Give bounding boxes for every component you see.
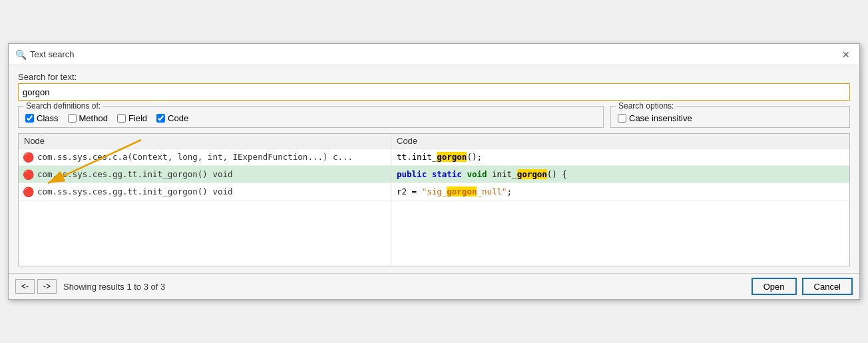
next-button[interactable]: -> bbox=[37, 279, 57, 294]
table-row[interactable]: 🔴 com.ss.sys.ces.gg.tt.init_gorgon() voi… bbox=[19, 183, 391, 200]
checkbox-field-label: Field bbox=[128, 113, 147, 123]
checkbox-class-label: Class bbox=[37, 113, 59, 123]
node-icon-2: 🔴 bbox=[23, 186, 34, 197]
checkbox-case-insensitive[interactable]: Case insensitive bbox=[618, 113, 692, 123]
results-body: 🔴 com.ss.sys.ces.c.a(Context, long, int,… bbox=[19, 149, 849, 266]
table-row[interactable]: 🔴 com.ss.sys.ces.gg.tt.init_gorgon() voi… bbox=[19, 166, 391, 183]
search-input[interactable] bbox=[18, 83, 850, 101]
checkbox-case-label: Case insensitive bbox=[629, 113, 692, 123]
checkbox-method-label: Method bbox=[79, 113, 108, 123]
checkbox-code-label: Code bbox=[168, 113, 188, 123]
title-bar: 🔍 Text search ✕ bbox=[9, 44, 859, 65]
results-nodes-column: 🔴 com.ss.sys.ces.c.a(Context, long, int,… bbox=[19, 149, 391, 266]
table-row[interactable]: 🔴 com.ss.sys.ces.c.a(Context, long, int,… bbox=[19, 149, 391, 166]
dialog-title: Text search bbox=[30, 49, 74, 59]
node-text-1: com.ss.sys.ces.gg.tt.init_gorgon() void bbox=[37, 169, 233, 179]
search-section: Search for text: bbox=[18, 72, 850, 101]
dialog-body: Search for text: Search definitions of: … bbox=[9, 65, 859, 273]
node-icon-0: 🔴 bbox=[23, 152, 34, 163]
checkbox-method-input[interactable] bbox=[68, 114, 77, 123]
navigation-buttons: <- -> bbox=[15, 279, 57, 294]
text-search-dialog: 🔍 Text search ✕ Search for text: Search … bbox=[8, 43, 860, 300]
code-column-header: Code bbox=[391, 134, 849, 148]
code-row-2[interactable]: r2 = "sig_gorgon_null"; bbox=[391, 183, 849, 200]
code-text-0: tt.init_gorgon(); bbox=[397, 152, 482, 162]
open-button[interactable]: Open bbox=[752, 278, 797, 295]
cancel-button[interactable]: Cancel bbox=[802, 278, 853, 295]
checkbox-field-input[interactable] bbox=[117, 114, 126, 123]
checkbox-code[interactable]: Code bbox=[156, 113, 188, 123]
prev-button[interactable]: <- bbox=[15, 279, 35, 294]
checkbox-field[interactable]: Field bbox=[117, 113, 147, 123]
footer-left: <- -> Showing results 1 to 3 of 3 bbox=[15, 279, 165, 294]
footer-bar: <- -> Showing results 1 to 3 of 3 Open C… bbox=[9, 273, 859, 299]
checkbox-class[interactable]: Class bbox=[25, 113, 59, 123]
results-area: Node Code 🔴 com.ss.sys.ces.c.a(Context, … bbox=[18, 133, 850, 266]
search-definitions-checkboxes: Class Method Field Code bbox=[25, 113, 596, 123]
node-column-header: Node bbox=[19, 134, 391, 148]
checkbox-class-input[interactable] bbox=[25, 114, 34, 123]
code-text-1: public static void init_gorgon() { bbox=[397, 169, 567, 179]
checkbox-case-input[interactable] bbox=[618, 114, 626, 123]
status-text: Showing results 1 to 3 of 3 bbox=[63, 282, 165, 292]
results-code-column: tt.init_gorgon(); public static void ini… bbox=[391, 149, 849, 266]
search-options-checkboxes: Case insensitive bbox=[618, 113, 843, 123]
search-icon: 🔍 bbox=[15, 49, 26, 60]
results-header: Node Code bbox=[19, 134, 849, 149]
checkbox-code-input[interactable] bbox=[156, 114, 165, 123]
search-options-label: Search options: bbox=[616, 101, 676, 111]
search-definitions-label: Search definitions of: bbox=[24, 101, 103, 111]
search-label: Search for text: bbox=[18, 72, 850, 82]
search-options-group: Search options: Case insensitive bbox=[610, 106, 850, 128]
code-text-2: r2 = "sig_gorgon_null"; bbox=[397, 186, 512, 196]
node-text-0: com.ss.sys.ces.c.a(Context, long, int, I… bbox=[37, 152, 353, 162]
checkbox-method[interactable]: Method bbox=[68, 113, 108, 123]
options-row: Search definitions of: Class Method F bbox=[18, 106, 850, 128]
node-icon-1: 🔴 bbox=[23, 169, 34, 180]
search-definitions-group: Search definitions of: Class Method F bbox=[18, 106, 604, 128]
code-row-0[interactable]: tt.init_gorgon(); bbox=[391, 149, 849, 166]
node-text-2: com.ss.sys.ces.gg.tt.init_gorgon() void bbox=[37, 186, 233, 196]
code-row-1[interactable]: public static void init_gorgon() { bbox=[391, 166, 849, 183]
action-buttons: Open Cancel bbox=[752, 278, 853, 295]
close-button[interactable]: ✕ bbox=[839, 48, 853, 61]
title-bar-left: 🔍 Text search bbox=[15, 49, 74, 60]
